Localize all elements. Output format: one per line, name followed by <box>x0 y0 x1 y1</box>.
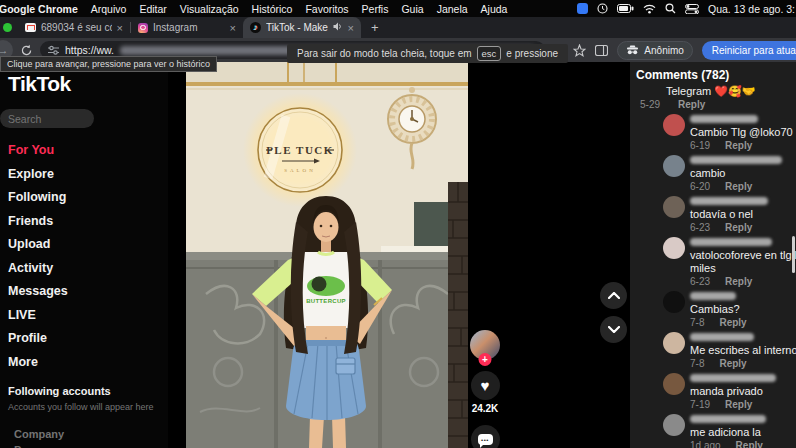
like-button[interactable]: ♥ <box>471 371 500 400</box>
reply-button[interactable]: Reply <box>736 440 763 448</box>
reply-button[interactable]: Reply <box>725 181 752 192</box>
tiktok-logo[interactable]: TikTok <box>8 72 168 96</box>
reply-button[interactable]: Reply <box>725 399 752 410</box>
reply-button[interactable]: Reply <box>725 222 752 233</box>
comment-date: 6-23 <box>690 276 710 287</box>
comment-item[interactable]: Cambio Tlg @loko70 6-19Reply <box>636 114 796 151</box>
reply-button[interactable]: Reply <box>719 317 746 328</box>
fullscreen-exit-banner: Para sair do modo tela cheia, toque em e… <box>287 44 568 63</box>
commenter-avatar[interactable] <box>663 414 685 436</box>
sidebar-item-profile[interactable]: Profile <box>8 332 168 345</box>
menubar-clock[interactable]: Qua. 13 de ago. 3: <box>708 3 795 15</box>
reply-button[interactable]: Reply <box>678 99 705 110</box>
commenter-avatar[interactable] <box>663 155 685 177</box>
following-accounts-title: Following accounts <box>8 385 168 397</box>
sidebar-item-live[interactable]: LIVE <box>8 309 168 322</box>
sidebar-item-for-you[interactable]: For You <box>8 144 168 157</box>
menu-janela[interactable]: Janela <box>437 3 468 15</box>
comment-date: 7-8 <box>690 358 704 369</box>
comment-item[interactable]: Cambias? 7-8Reply <box>636 291 796 328</box>
tab-close-icon[interactable]: × <box>117 23 123 33</box>
screen: Google Chrome Arquivo Editar Visualizaçã… <box>0 0 796 448</box>
comment-item[interactable]: todavía o nel 6-23Reply <box>636 196 796 233</box>
video-player[interactable]: PLE TUCK SALON <box>186 62 468 448</box>
commenter-username-redacted <box>690 333 754 341</box>
salon-sign-subtext: SALON <box>284 168 316 173</box>
menu-ajuda[interactable]: Ajuda <box>481 3 508 15</box>
tab-close-icon[interactable]: × <box>230 23 236 33</box>
comment-item[interactable]: manda privado 7-19Reply <box>636 373 796 410</box>
menu-perfis[interactable]: Perfis <box>362 3 389 15</box>
spotlight-search-icon[interactable] <box>665 3 676 14</box>
salon-sign-text: PLE TUCK <box>266 144 334 156</box>
comment-date: 6-23 <box>690 222 710 233</box>
menu-arquivo[interactable]: Arquivo <box>91 3 127 15</box>
tiktok-favicon-icon: ♪ <box>250 22 261 33</box>
following-accounts-subtitle: Accounts you follow will appear here <box>8 402 168 413</box>
menu-favoritos[interactable]: Favoritos <box>305 3 348 15</box>
tab-audio-icon[interactable] <box>333 22 343 33</box>
commenter-avatar[interactable] <box>663 373 685 395</box>
reply-button[interactable]: Reply <box>725 140 752 151</box>
menubar-app-name[interactable]: Google Chrome <box>0 3 78 15</box>
commenter-username-redacted <box>690 415 766 423</box>
menu-guia[interactable]: Guia <box>401 3 423 15</box>
commenter-avatar[interactable] <box>663 196 685 218</box>
tab-gmail-code[interactable]: 689034 é seu código do Inst × <box>18 17 130 38</box>
reload-icon[interactable] <box>20 44 33 57</box>
commenter-avatar[interactable] <box>663 237 685 259</box>
incognito-badge[interactable]: Anônimo <box>617 41 692 60</box>
comment-date: 7-19 <box>690 399 710 410</box>
new-tab-button[interactable]: + <box>371 20 379 35</box>
traffic-light-green[interactable] <box>3 23 12 32</box>
side-panel-icon[interactable] <box>595 45 608 56</box>
menu-editar[interactable]: Editar <box>139 3 166 15</box>
gmail-favicon-icon <box>25 23 36 32</box>
sidebar-item-explore[interactable]: Explore <box>8 168 168 181</box>
sidebar-item-friends[interactable]: Friends <box>8 215 168 228</box>
commenter-avatar[interactable] <box>663 114 685 136</box>
comment-item[interactable]: Telegram ❤️🥰🤝 5-29 Reply <box>636 85 796 110</box>
comment-button[interactable]: ••• <box>471 425 500 448</box>
esc-key-badge: esc <box>477 46 502 61</box>
url-text[interactable]: https://ww. <box>65 44 114 56</box>
sidebar-footer: Company Program Terms & Policies <box>8 428 168 448</box>
reply-button[interactable]: Reply <box>725 276 752 287</box>
clock-icon[interactable] <box>597 3 608 14</box>
comments-header: Comments (782) <box>636 68 796 82</box>
commenter-avatar[interactable] <box>663 291 685 313</box>
next-video-button[interactable] <box>600 316 627 343</box>
search-input[interactable] <box>0 109 94 128</box>
comment-item[interactable]: me adiciona la 1d agoReply <box>636 414 796 448</box>
tab-tiktok[interactable]: ♪ TikTok - Make Your Day × <box>243 17 361 38</box>
battery-icon[interactable] <box>617 4 634 13</box>
reply-button[interactable]: Reply <box>719 358 746 369</box>
sidebar-item-more[interactable]: More <box>8 356 168 369</box>
chrome-tabstrip: 689034 é seu código do Inst × Instagram … <box>0 17 796 38</box>
menu-historico[interactable]: Histórico <box>252 3 293 15</box>
sidebar-item-messages[interactable]: Messages <box>8 285 168 298</box>
footer-link-company[interactable]: Company <box>14 428 168 440</box>
comment-item[interactable]: cambio 6-20Reply <box>636 155 796 192</box>
comments-scrollbar[interactable] <box>792 236 795 273</box>
sidebar-item-following[interactable]: Following <box>8 191 168 204</box>
sidebar-item-activity[interactable]: Activity <box>8 262 168 275</box>
comment-item[interactable]: vatolocoforeve en tlg listos para r mile… <box>636 237 796 287</box>
status-app-icon[interactable] <box>577 3 588 14</box>
sidebar-item-upload[interactable]: Upload <box>8 238 168 251</box>
footer-link-program[interactable]: Program <box>14 444 168 448</box>
follow-button[interactable]: + <box>479 353 492 366</box>
bookmark-star-icon[interactable] <box>573 44 586 57</box>
previous-video-button[interactable] <box>600 282 627 309</box>
forward-button-tooltip: Clique para avançar, pressione para ver … <box>0 56 217 72</box>
tab-close-icon[interactable]: × <box>348 23 354 33</box>
creator-avatar[interactable]: + <box>470 330 500 360</box>
wifi-icon[interactable] <box>643 4 656 14</box>
comment-item[interactable]: Me escribes al interno 7-8Reply <box>636 332 796 369</box>
tab-instagram[interactable]: Instagram × <box>131 17 243 38</box>
menu-visualizacao[interactable]: Visualização <box>180 3 239 15</box>
site-settings-icon[interactable] <box>48 45 59 55</box>
commenter-avatar[interactable] <box>663 332 685 354</box>
restart-to-update-button[interactable]: Reiniciar para atual <box>702 41 796 60</box>
control-center-icon[interactable] <box>685 4 699 14</box>
